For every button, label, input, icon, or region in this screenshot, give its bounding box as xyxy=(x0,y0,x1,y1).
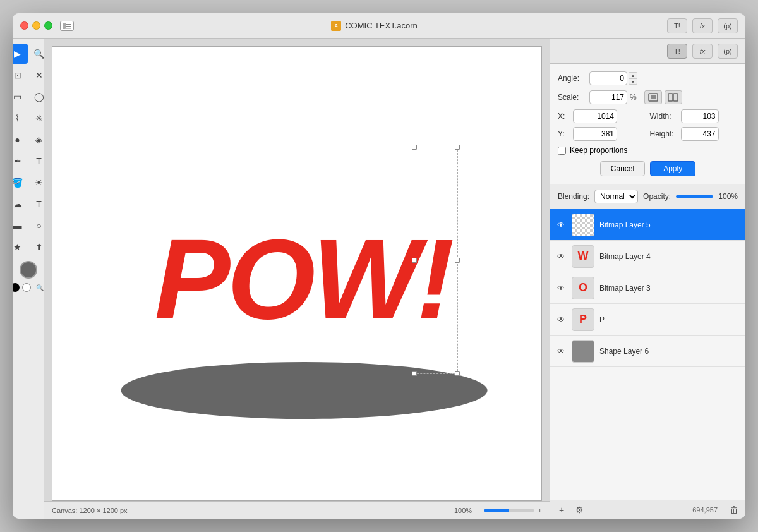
angle-decrement-button[interactable]: ▼ xyxy=(629,78,637,85)
sidebar-toggle-button[interactable] xyxy=(60,21,74,31)
apply-button[interactable]: Apply xyxy=(650,161,695,176)
layer-item[interactable]: 👁 W Bitmap Layer 4 xyxy=(550,241,745,272)
scale-label: Scale: xyxy=(558,93,589,102)
star-tool-button[interactable]: ★ xyxy=(13,237,28,257)
zoom-minus-icon[interactable]: − xyxy=(476,507,479,514)
brush-tool-button[interactable]: ● xyxy=(13,130,28,150)
layer-visibility-icon[interactable]: 👁 xyxy=(555,346,567,357)
handle-top-left[interactable] xyxy=(412,145,417,150)
opacity-slider[interactable] xyxy=(676,195,713,198)
handle-top-right[interactable] xyxy=(455,145,460,150)
zoom-plus-icon[interactable]: + xyxy=(538,507,542,514)
fx-panel-button[interactable]: fx xyxy=(692,44,713,59)
svg-rect-6 xyxy=(668,94,673,101)
paint-bucket-button[interactable]: 🪣 xyxy=(13,172,28,193)
blending-mode-select[interactable]: Normal xyxy=(594,190,638,203)
magic-wand-tool-button[interactable]: ✳ xyxy=(29,108,45,128)
handle-bottom-right[interactable] xyxy=(455,371,460,376)
polygon-tool-button[interactable]: ⬆ xyxy=(29,237,45,257)
layer-item[interactable]: 👁 Shape Layer 6 xyxy=(550,336,745,367)
color-swatch[interactable] xyxy=(20,261,37,279)
close-button[interactable] xyxy=(20,21,28,30)
handle-middle-right[interactable] xyxy=(455,258,460,263)
layer-visibility-icon[interactable]: 👁 xyxy=(555,314,567,325)
layer-item[interactable]: 👁 Bitmap Layer 5 xyxy=(550,209,745,241)
foreground-color-button[interactable] xyxy=(13,283,20,292)
x-input[interactable] xyxy=(573,109,617,123)
scale-input[interactable] xyxy=(589,90,627,104)
text-tool-title-button[interactable]: T! xyxy=(667,18,687,33)
blending-row: Blending: Normal Opacity: 100% xyxy=(550,184,745,209)
blending-label: Blending: xyxy=(558,192,589,201)
eraser-tool-button[interactable]: ◈ xyxy=(29,130,45,150)
layers-bottom-bar: + ⚙ 694,957 🗑 xyxy=(550,500,745,519)
x-item: X: xyxy=(558,109,646,123)
color-picker-button[interactable]: 🔍 xyxy=(33,281,45,294)
layer-name: Shape Layer 6 xyxy=(599,347,649,356)
y-label: Y: xyxy=(558,130,570,138)
layer-visibility-icon[interactable]: 👁 xyxy=(555,251,567,262)
layer-name: P xyxy=(599,315,605,324)
svg-rect-3 xyxy=(66,28,71,29)
handle-middle-left[interactable] xyxy=(412,258,417,263)
scale-width-button[interactable] xyxy=(644,90,662,104)
crop-tool-button[interactable]: ⊡ xyxy=(13,65,28,85)
y-input[interactable] xyxy=(573,127,617,141)
clone-tool-button[interactable]: ☁ xyxy=(13,194,28,214)
properties-panel: Angle: ▲ ▼ Scale: % xyxy=(550,64,745,184)
layer-thumbnail xyxy=(572,340,594,363)
scale-height-button[interactable] xyxy=(665,90,682,104)
statusbar: Canvas: 1200 × 1200 px 100% − + xyxy=(44,501,550,519)
handle-bottom-left[interactable] xyxy=(412,371,417,376)
select-tool-button[interactable]: ▶ xyxy=(13,44,28,64)
main-window: A COMIC TEXT.acorn T! fx (p) ▶ 🔍 ⊡ ✕ ▭ ◯ xyxy=(13,13,745,519)
selection-box[interactable] xyxy=(414,147,458,374)
layer-visibility-icon[interactable]: 👁 xyxy=(555,219,567,231)
svg-rect-0 xyxy=(63,23,66,29)
background-color-button[interactable] xyxy=(22,283,31,292)
angle-input[interactable] xyxy=(589,71,627,85)
transform-panel-button[interactable]: T! xyxy=(667,44,687,59)
layer-item[interactable]: 👁 O Bitmap Layer 3 xyxy=(550,272,745,304)
keep-proportions-checkbox[interactable] xyxy=(558,147,566,155)
transform-tool-button[interactable]: ✕ xyxy=(29,65,45,85)
gradient-tool-button[interactable]: ☀ xyxy=(29,172,45,193)
titlebar: A COMIC TEXT.acorn T! fx (p) xyxy=(13,13,745,39)
lasso-tool-button[interactable]: ⌇ xyxy=(13,108,28,128)
p-tool-title-button[interactable]: (p) xyxy=(718,18,738,33)
layer-thumbnail: P xyxy=(572,308,594,331)
minimize-button[interactable] xyxy=(32,21,40,30)
add-layer-button[interactable]: + xyxy=(555,504,568,516)
fx-tool-title-button[interactable]: fx xyxy=(692,18,713,33)
left-toolbar: ▶ 🔍 ⊡ ✕ ▭ ◯ ⌇ ✳ ● ◈ ✒ T xyxy=(13,39,44,519)
pen-tool-button[interactable]: ✒ xyxy=(13,151,28,171)
ellipse-shape-button[interactable]: ○ xyxy=(29,215,45,236)
height-input[interactable] xyxy=(681,127,719,141)
layers-count: 694,957 xyxy=(692,506,718,514)
p-panel-button[interactable]: (p) xyxy=(718,44,738,59)
zoom-tool-button[interactable]: 🔍 xyxy=(29,44,45,64)
cancel-button[interactable]: Cancel xyxy=(600,161,645,176)
layer-settings-button[interactable]: ⚙ xyxy=(573,504,586,516)
text-tool-button[interactable]: T xyxy=(29,151,45,171)
angle-increment-button[interactable]: ▲ xyxy=(629,72,637,78)
svg-rect-5 xyxy=(651,95,656,99)
ellipse-select-tool-button[interactable]: ◯ xyxy=(29,87,45,107)
layer-name: Bitmap Layer 4 xyxy=(599,252,651,261)
maximize-button[interactable] xyxy=(44,21,52,30)
main-content: ▶ 🔍 ⊡ ✕ ▭ ◯ ⌇ ✳ ● ◈ ✒ T xyxy=(13,39,745,519)
layer-item[interactable]: 👁 P P xyxy=(550,304,745,336)
rect-shape-button[interactable]: ▬ xyxy=(13,215,28,236)
layer-thumbnail: W xyxy=(572,245,594,268)
action-buttons: Cancel Apply xyxy=(558,161,738,176)
delete-layer-button[interactable]: 🗑 xyxy=(728,504,740,516)
rect-select-tool-button[interactable]: ▭ xyxy=(13,87,28,107)
heal-tool-button[interactable]: T xyxy=(29,194,45,214)
zoom-slider[interactable] xyxy=(484,509,534,512)
layers-panel: 👁 Bitmap Layer 5 👁 W Bitmap Layer 4 👁 xyxy=(550,209,745,500)
width-label: Width: xyxy=(650,112,678,121)
layer-visibility-icon[interactable]: 👁 xyxy=(555,282,567,294)
width-input[interactable] xyxy=(681,109,719,123)
layer-thumbnail xyxy=(572,214,594,236)
canvas-background: POW! xyxy=(52,46,542,501)
